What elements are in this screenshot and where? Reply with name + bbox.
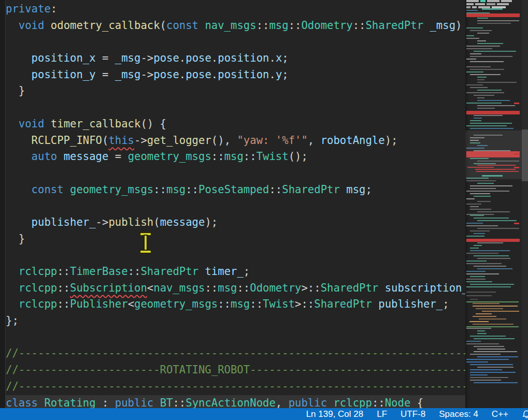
- code-token: Publisher: [70, 298, 128, 310]
- code-line[interactable]: rclcpp::TimerBase::SharedPtr timer_;: [0, 264, 465, 280]
- minimap-mark: [466, 204, 481, 205]
- minimap-viewport[interactable]: [465, 131, 522, 179]
- code-token: const: [166, 19, 198, 32]
- code-line[interactable]: //----------------------ROTATING_ROBOT--…: [0, 362, 465, 379]
- code-line[interactable]: void timer_callback() {: [0, 116, 465, 133]
- code-token: .: [269, 52, 275, 64]
- scrollbar-thumb[interactable]: [522, 129, 528, 181]
- code-line[interactable]: };: [0, 313, 465, 329]
- minimap-mark: [470, 364, 513, 365]
- minimap-mark: [474, 351, 517, 352]
- code-line[interactable]: }: [0, 83, 465, 99]
- code-line[interactable]: position_x = _msg->pose.pose.position.x;: [0, 50, 465, 67]
- minimap-mark: [469, 321, 489, 322]
- code-token: msg: [269, 19, 288, 32]
- code-line[interactable]: [0, 247, 465, 264]
- code-line[interactable]: publisher_->publish(message);: [0, 214, 465, 231]
- code-line[interactable]: RCLCPP_INFO(this->get_logger(), "yaw: '%…: [0, 133, 465, 149]
- code-line[interactable]: [0, 165, 465, 182]
- code-line[interactable]: //--------------------------------------…: [0, 379, 465, 395]
- code-token: ->: [140, 68, 153, 81]
- code-token: }: [6, 84, 25, 97]
- code-line[interactable]: }: [0, 231, 465, 248]
- code-token: msg: [231, 298, 250, 310]
- code-token: rclcpp: [19, 298, 57, 310]
- status-encoding[interactable]: UTF-8: [401, 409, 425, 419]
- minimap-mark: [470, 87, 488, 88]
- code-token: .: [179, 52, 185, 64]
- code-token: [6, 134, 32, 147]
- vertical-scrollbar[interactable]: [522, 0, 528, 408]
- code-line[interactable]: void odometry_callback(const nav_msgs::m…: [0, 18, 465, 34]
- minimap-mark: [466, 48, 492, 49]
- code-line[interactable]: class Rotating : public BT::SyncActionNo…: [0, 395, 465, 409]
- minimap-mark: [470, 120, 481, 121]
- status-indentation[interactable]: Spaces: 4: [439, 409, 478, 419]
- code-token: [6, 52, 32, 64]
- minimap-mark: [474, 255, 509, 256]
- minimap-mark: [466, 125, 507, 126]
- code-token: [6, 19, 19, 32]
- minimap-mark: [470, 380, 501, 381]
- code-token: =: [96, 52, 115, 64]
- code-line[interactable]: rclcpp::Publisher<geometry_msgs::msg::Tw…: [0, 296, 465, 313]
- code-token: =: [96, 68, 115, 81]
- minimap-mark: [470, 230, 490, 231]
- minimap-mark: [470, 61, 504, 62]
- code-line[interactable]: [0, 34, 465, 50]
- code-token: ::: [57, 282, 70, 294]
- code-token: void: [19, 118, 45, 130]
- code-token: ;: [282, 52, 288, 64]
- minimap-mark: [466, 84, 483, 85]
- code-line[interactable]: const geometry_msgs::msg::PoseStamped::S…: [0, 182, 465, 198]
- code-line[interactable]: [0, 198, 465, 214]
- minimap-mark: [514, 167, 519, 168]
- code-line[interactable]: rclcpp::Subscription<nav_msgs::msg::Odom…: [0, 280, 465, 297]
- minimap-mark: [470, 336, 506, 337]
- code-token: y: [276, 68, 282, 81]
- code-line[interactable]: //--------------------------------------…: [0, 345, 465, 362]
- code-editor-area[interactable]: private: void odometry_callback(const na…: [0, 0, 465, 408]
- code-token: ,: [276, 397, 289, 409]
- minimap-mark: [470, 128, 513, 129]
- minimap-mark: [474, 233, 485, 234]
- code-token: .: [269, 68, 275, 81]
- code-token: pose: [153, 68, 179, 81]
- code-token: publish: [108, 216, 153, 228]
- minimap-mark: [466, 273, 499, 274]
- minimap-mark: [466, 46, 500, 47]
- code-token: ::: [244, 150, 256, 163]
- code-line[interactable]: position_y = _msg->pose.pose.position.y;: [0, 67, 465, 83]
- code-token: ::: [128, 265, 141, 278]
- code-line[interactable]: [0, 329, 465, 346]
- code-token: [6, 118, 19, 130]
- code-token: [6, 68, 32, 81]
- code-token: rclcpp: [19, 282, 57, 294]
- code-line[interactable]: [0, 99, 465, 116]
- code-line[interactable]: auto message = geometry_msgs::msg::Twist…: [0, 149, 465, 165]
- minimap-mark: [470, 206, 479, 207]
- code-token: Subscription: [70, 282, 147, 294]
- minimap-mark: [466, 223, 483, 224]
- minimap-mark: [477, 268, 512, 269]
- minimap-mark: [473, 303, 500, 304]
- minimap-mark: [480, 0, 486, 2]
- minimap-mark: [466, 292, 496, 293]
- status-line-col[interactable]: Ln 139, Col 28: [306, 409, 364, 419]
- minimap-mark: [466, 260, 487, 262]
- minimap-mark: [470, 276, 485, 277]
- status-eol[interactable]: LF: [377, 409, 387, 419]
- code-line[interactable]: private:: [0, 1, 465, 18]
- code-token: SharedPtr: [321, 282, 379, 294]
- minimap-mark: [466, 191, 509, 192]
- status-language[interactable]: C++: [492, 409, 508, 419]
- minimap-mark: [466, 71, 483, 73]
- code-token: Rotating: [44, 397, 95, 409]
- minimap-mark: [466, 263, 502, 264]
- minimap[interactable]: [465, 0, 522, 408]
- code-token: ;: [244, 265, 250, 278]
- minimap-mark: [470, 30, 492, 31]
- notifications-bell-icon[interactable]: [522, 409, 528, 419]
- minimap-mark: [466, 286, 511, 287]
- minimap-mark: [477, 183, 494, 184]
